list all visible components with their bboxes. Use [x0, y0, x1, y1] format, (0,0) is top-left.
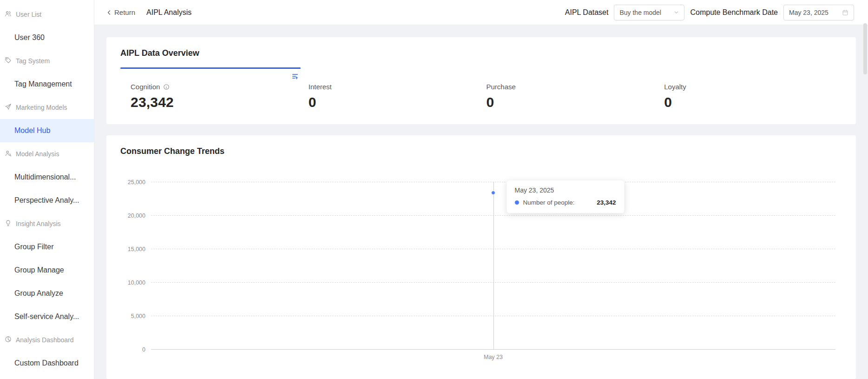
main-area: Return AIPL Analysis AIPL Dataset Buy th…	[94, 0, 868, 379]
sidebar-item-group-analyze[interactable]: Group Analyze	[0, 282, 94, 305]
topbar: Return AIPL Analysis AIPL Dataset Buy th…	[94, 0, 868, 25]
sidebar-section-label: Tag System	[16, 57, 50, 65]
y-tick-label: 20,000	[128, 213, 145, 219]
benchmark-date-input[interactable]: May 23, 2025	[783, 5, 854, 20]
insight-analysis-icon	[5, 219, 12, 228]
sidebar-item-multidimensional[interactable]: Multidimensional...	[0, 166, 94, 189]
benchmark-date-label: Compute Benchmark Date	[690, 8, 778, 17]
chart-plot[interactable]: May 23, 2025 Number of people: 23,342 Ma…	[151, 182, 835, 349]
sidebar-section-marketing-models[interactable]: Marketing Models	[0, 96, 94, 119]
y-tick-label: 15,000	[128, 246, 145, 253]
data-point[interactable]	[491, 191, 495, 195]
user-list-icon	[5, 10, 12, 19]
sidebar-item-custom-dashboard[interactable]: Custom Dashboard	[0, 352, 94, 375]
metric-interest[interactable]: Interest 0	[309, 83, 487, 110]
tooltip-series-label: Number of people:	[523, 199, 575, 206]
dataset-select-value: Buy the model	[619, 9, 661, 16]
sidebar-section-tag-system[interactable]: Tag System	[0, 49, 94, 73]
metric-value-interest: 0	[309, 94, 487, 110]
metric-value-cognition: 23,342	[131, 94, 309, 110]
metric-cognition[interactable]: Cognition 23,342	[131, 83, 309, 110]
analysis-dashboard-icon	[5, 336, 12, 344]
model-analysis-icon	[5, 150, 12, 158]
sidebar-section-model-analysis[interactable]: Model Analysis	[0, 142, 94, 166]
window-scrollbar[interactable]	[863, 23, 867, 379]
sidebar-item-tag-management[interactable]: Tag Management	[0, 73, 94, 96]
tooltip-date: May 23, 2025	[515, 186, 616, 194]
sidebar-item-self-service-analysis[interactable]: Self-service Analy...	[0, 305, 94, 328]
calendar-icon	[842, 9, 848, 16]
page-title: AIPL Analysis	[146, 8, 191, 17]
y-tick-label: 10,000	[128, 279, 145, 286]
sidebar-section-insight-analysis[interactable]: Insight Analysis	[0, 212, 94, 235]
chevron-left-icon	[106, 10, 112, 15]
metric-value-purchase: 0	[487, 94, 664, 110]
sidebar-section-label: Analysis Dashboard	[16, 336, 74, 344]
overview-card-title: AIPL Data Overview	[120, 48, 842, 58]
y-tick-label: 5,000	[131, 313, 145, 319]
metric-loyalty[interactable]: Loyalty 0	[664, 83, 842, 110]
sidebar-section-user-list[interactable]: User List	[0, 3, 94, 26]
y-tick-label: 25,000	[128, 179, 145, 186]
metric-purchase[interactable]: Purchase 0	[487, 83, 664, 110]
trends-card-title: Consumer Change Trends	[120, 146, 842, 156]
dataset-select[interactable]: Buy the model	[614, 5, 684, 20]
series-dot-icon	[515, 200, 519, 205]
sidebar-section-label: Insight Analysis	[16, 220, 61, 227]
metrics-row: Cognition 23,342 Interest 0 Purchase	[120, 83, 842, 110]
sidebar-item-group-manage[interactable]: Group Manage	[0, 259, 94, 282]
page-content: AIPL Data Overview Cognition	[94, 25, 868, 379]
app-window: User List User 360 Tag System Tag Manage…	[0, 0, 868, 379]
axis-pointer-line	[493, 182, 494, 349]
marketing-models-icon	[5, 103, 12, 112]
info-icon[interactable]	[163, 84, 170, 90]
x-tick-label: May 23	[484, 354, 503, 360]
active-tab-indicator	[120, 67, 301, 69]
y-tick-label: 0	[142, 346, 145, 353]
chevron-down-icon	[674, 10, 679, 15]
aipl-data-overview-card: AIPL Data Overview Cognition	[106, 37, 856, 124]
overview-tabline	[120, 67, 842, 69]
return-button[interactable]: Return	[106, 8, 135, 16]
consumer-change-trends-card: Consumer Change Trends May 23, 2025 Numb…	[106, 135, 856, 379]
tooltip-value: 23,342	[597, 199, 616, 206]
sidebar-item-model-hub[interactable]: Model Hub	[0, 119, 94, 142]
tag-icon	[5, 57, 12, 65]
sidebar-item-group-filter[interactable]: Group Filter	[0, 235, 94, 259]
add-to-group-icon[interactable]	[291, 73, 299, 80]
benchmark-date-value: May 23, 2025	[789, 9, 829, 16]
sidebar: User List User 360 Tag System Tag Manage…	[0, 0, 94, 379]
sidebar-item-perspective-analysis[interactable]: Perspective Analy...	[0, 189, 94, 212]
dataset-label: AIPL Dataset	[565, 8, 609, 17]
chart-tooltip: May 23, 2025 Number of people: 23,342	[506, 180, 625, 213]
metric-value-loyalty: 0	[664, 94, 842, 110]
sidebar-section-label: User List	[16, 11, 41, 18]
scrollbar-thumb[interactable]	[863, 23, 867, 74]
sidebar-section-label: Marketing Models	[16, 104, 67, 111]
gridline: 0	[151, 349, 835, 350]
sidebar-section-label: Model Analysis	[16, 150, 59, 158]
sidebar-item-user-360[interactable]: User 360	[0, 26, 94, 49]
sidebar-section-analysis-dashboard[interactable]: Analysis Dashboard	[0, 328, 94, 352]
